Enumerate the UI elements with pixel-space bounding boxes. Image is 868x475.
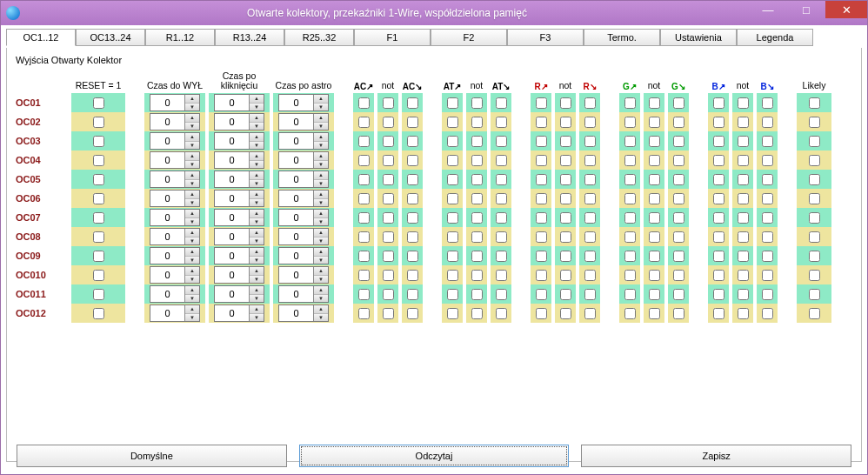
flag-checkbox[interactable] [471, 231, 483, 243]
flag-checkbox[interactable] [762, 174, 773, 185]
flag-checkbox[interactable] [358, 97, 370, 109]
flag-checkbox[interactable] [536, 97, 547, 109]
flag-checkbox[interactable] [383, 117, 394, 128]
spin-down-icon[interactable]: ▼ [314, 142, 328, 150]
spin-up-icon[interactable]: ▲ [250, 286, 264, 295]
flag-checkbox[interactable] [649, 136, 660, 147]
flag-checkbox[interactable] [407, 270, 418, 281]
flag-checkbox[interactable] [447, 308, 458, 319]
spin-up-icon[interactable]: ▲ [314, 210, 328, 218]
spin-down-icon[interactable]: ▼ [250, 314, 264, 322]
flag-checkbox[interactable] [624, 308, 636, 319]
spin-down-icon[interactable]: ▼ [250, 238, 264, 245]
flag-checkbox[interactable] [471, 155, 483, 166]
spin-down-icon[interactable]: ▼ [250, 295, 264, 303]
flag-checkbox[interactable] [471, 289, 483, 300]
flag-checkbox[interactable] [584, 97, 596, 109]
reset-checkbox[interactable] [93, 193, 104, 204]
flag-checkbox[interactable] [407, 136, 418, 147]
spin-up-icon[interactable]: ▲ [185, 267, 199, 276]
flag-checkbox[interactable] [383, 174, 394, 185]
reset-checkbox[interactable] [93, 117, 104, 128]
spin-up-icon[interactable]: ▲ [185, 305, 199, 314]
flag-checkbox[interactable] [496, 308, 507, 319]
flag-checkbox[interactable] [713, 231, 724, 243]
flag-checkbox[interactable] [407, 97, 418, 109]
flag-checkbox[interactable] [358, 270, 370, 281]
spin-down-icon[interactable]: ▼ [314, 218, 328, 226]
flag-checkbox[interactable] [536, 155, 547, 166]
tab-r2532[interactable]: R25..32 [284, 29, 354, 46]
flag-checkbox[interactable] [536, 289, 547, 300]
tab-legenda[interactable]: Legenda [737, 29, 813, 46]
time-spinner[interactable]: 0▲▼ [278, 266, 329, 284]
flag-checkbox[interactable] [762, 270, 773, 281]
spin-up-icon[interactable]: ▲ [314, 191, 328, 199]
reset-checkbox[interactable] [93, 174, 104, 185]
flag-checkbox[interactable] [496, 97, 507, 109]
flag-checkbox[interactable] [471, 308, 483, 319]
flag-checkbox[interactable] [713, 155, 724, 166]
flag-checkbox[interactable] [762, 212, 773, 224]
time-spinner[interactable]: 0▲▼ [278, 171, 329, 188]
time-spinner[interactable]: 0▲▼ [278, 151, 329, 169]
flag-checkbox[interactable] [447, 155, 458, 166]
spin-up-icon[interactable]: ▲ [185, 114, 199, 123]
flag-checkbox[interactable] [383, 193, 394, 204]
flag-checkbox[interactable] [560, 251, 571, 262]
close-button[interactable]: ✕ [825, 1, 867, 18]
flag-checkbox[interactable] [624, 174, 636, 185]
flag-checkbox[interactable] [673, 308, 684, 319]
flag-checkbox[interactable] [447, 251, 458, 262]
likely-checkbox[interactable] [809, 212, 820, 224]
time-spinner[interactable]: 0▲▼ [214, 304, 264, 322]
flag-checkbox[interactable] [471, 193, 483, 204]
flag-checkbox[interactable] [649, 212, 660, 224]
flag-checkbox[interactable] [383, 155, 394, 166]
spin-down-icon[interactable]: ▼ [314, 257, 328, 264]
flag-checkbox[interactable] [649, 231, 660, 243]
flag-checkbox[interactable] [762, 193, 773, 204]
spin-down-icon[interactable]: ▼ [314, 104, 328, 111]
spin-up-icon[interactable]: ▲ [314, 248, 328, 257]
spin-down-icon[interactable]: ▼ [314, 295, 328, 303]
flag-checkbox[interactable] [383, 97, 394, 109]
spin-up-icon[interactable]: ▲ [250, 229, 264, 238]
flag-checkbox[interactable] [713, 117, 724, 128]
spin-down-icon[interactable]: ▼ [185, 218, 199, 226]
flag-checkbox[interactable] [536, 251, 547, 262]
flag-checkbox[interactable] [560, 270, 571, 281]
flag-checkbox[interactable] [407, 193, 418, 204]
defaults-button[interactable]: Domyślne [17, 445, 287, 462]
likely-checkbox[interactable] [809, 308, 820, 319]
spin-up-icon[interactable]: ▲ [185, 210, 199, 218]
flag-checkbox[interactable] [624, 97, 636, 109]
spin-up-icon[interactable]: ▲ [185, 191, 199, 199]
reset-checkbox[interactable] [93, 251, 104, 262]
tab-f2[interactable]: F2 [431, 29, 507, 46]
flag-checkbox[interactable] [762, 289, 773, 300]
flag-checkbox[interactable] [407, 155, 418, 166]
flag-checkbox[interactable] [649, 97, 660, 109]
reset-checkbox[interactable] [93, 97, 104, 109]
tab-ustawienia[interactable]: Ustawienia [660, 29, 737, 46]
flag-checkbox[interactable] [383, 231, 394, 243]
spin-down-icon[interactable]: ▼ [185, 199, 199, 207]
flag-checkbox[interactable] [649, 308, 660, 319]
flag-checkbox[interactable] [471, 212, 483, 224]
flag-checkbox[interactable] [713, 136, 724, 147]
flag-checkbox[interactable] [649, 155, 660, 166]
spin-down-icon[interactable]: ▼ [314, 314, 328, 322]
flag-checkbox[interactable] [536, 174, 547, 185]
flag-checkbox[interactable] [738, 251, 749, 262]
time-spinner[interactable]: 0▲▼ [214, 228, 264, 245]
flag-checkbox[interactable] [358, 193, 370, 204]
flag-checkbox[interactable] [762, 251, 773, 262]
flag-checkbox[interactable] [762, 117, 773, 128]
spin-down-icon[interactable]: ▼ [314, 123, 328, 130]
time-spinner[interactable]: 0▲▼ [214, 94, 264, 111]
spin-up-icon[interactable]: ▲ [314, 133, 328, 142]
spin-up-icon[interactable]: ▲ [314, 152, 328, 161]
flag-checkbox[interactable] [358, 155, 370, 166]
spin-down-icon[interactable]: ▼ [314, 238, 328, 245]
